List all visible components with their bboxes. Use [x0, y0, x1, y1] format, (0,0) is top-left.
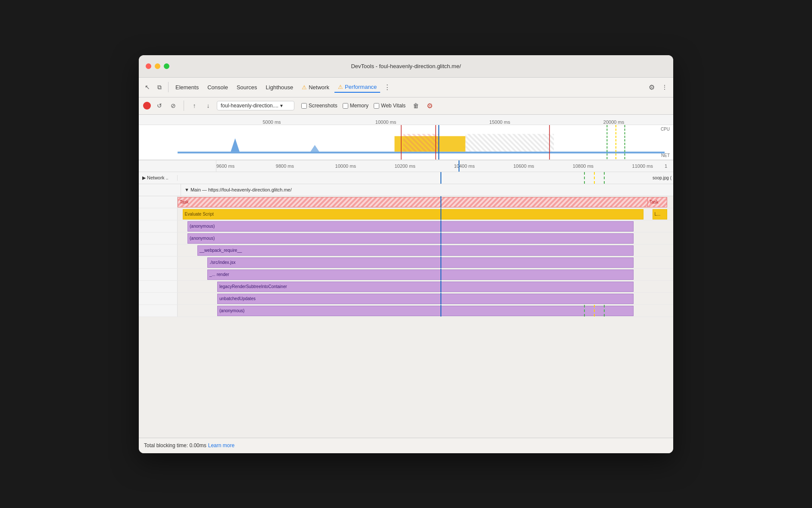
- blue-line-src: [440, 257, 441, 268]
- table-row: Evaluate Script L...: [139, 208, 673, 220]
- window-title: DevTools - foul-heavenly-direction.glitc…: [351, 63, 461, 69]
- web-vitals-checkbox[interactable]: Web Vitals: [374, 103, 406, 109]
- blue-line-legacy: [440, 281, 441, 292]
- unbatched-bar[interactable]: unbatchedUpdates: [217, 294, 634, 304]
- webpack-bar[interactable]: __webpack_require__: [197, 245, 634, 256]
- render-bar[interactable]: _... render: [207, 270, 634, 280]
- learn-more-link[interactable]: Learn more: [208, 442, 234, 448]
- screenshots-checkbox[interactable]: Screenshots: [301, 103, 337, 109]
- table-row: _... render: [139, 269, 673, 281]
- reload-button[interactable]: ↺: [154, 100, 165, 111]
- performance-warn-icon: ⚠: [338, 84, 343, 90]
- maximize-button[interactable]: [164, 63, 169, 69]
- svg-rect-5: [465, 134, 554, 151]
- table-row: (anonymous): [139, 305, 673, 317]
- recording-toolbar: ↺ ⊘ ↑ ↓ foul-heavenly-direction.... ▾ Sc…: [139, 97, 673, 115]
- table-row: (anonymous): [139, 220, 673, 232]
- row-bar-anon3[interactable]: (anonymous): [178, 305, 673, 317]
- tab-console[interactable]: Console: [204, 82, 231, 92]
- network-row: ▶ Network .. soop.jpg (: [139, 172, 673, 184]
- time-9600: 9600 ms: [216, 163, 234, 169]
- blue-line-unbatched: [440, 293, 441, 304]
- settings-button[interactable]: ⚙: [646, 82, 657, 92]
- svg-rect-4: [403, 134, 439, 151]
- dashed-y: [594, 305, 595, 317]
- row-bar-render[interactable]: _... render: [178, 269, 673, 280]
- minimize-button[interactable]: [155, 63, 160, 69]
- row-bar-legacy[interactable]: legacyRenderSubtreeIntoContainer: [178, 281, 673, 292]
- stop-button[interactable]: ⊘: [168, 100, 178, 111]
- perf-settings-button[interactable]: ⚙: [425, 100, 435, 111]
- time-11000: 11000 ms: [632, 163, 653, 169]
- svg-marker-2: [310, 145, 319, 151]
- blue-line-anon1: [440, 220, 441, 232]
- record-button[interactable]: [143, 102, 151, 110]
- tab-network[interactable]: ⚠ Network: [298, 82, 333, 92]
- time-labels-row: 9600 ms 9800 ms 10000 ms 10200 ms 10400 …: [139, 160, 673, 172]
- close-button[interactable]: [146, 63, 151, 69]
- row-bar-eval[interactable]: Evaluate Script L...: [178, 208, 673, 220]
- ruler-mark-10000: 10000 ms: [375, 119, 396, 125]
- row-label-anon3: [139, 305, 178, 317]
- row-bar-src[interactable]: ./src/index.jsx: [178, 257, 673, 268]
- flame-chart[interactable]: Task Task Evaluate Script: [139, 196, 673, 438]
- clear-button[interactable]: 🗑: [411, 100, 421, 111]
- timeline-svg: [178, 125, 665, 160]
- url-selector[interactable]: foul-heavenly-direction.... ▾: [217, 101, 294, 110]
- more-options-button[interactable]: ⋮: [659, 82, 670, 92]
- anon1-bar[interactable]: (anonymous): [187, 221, 634, 232]
- tab-sources[interactable]: Sources: [233, 82, 261, 92]
- row-label-anon1: [139, 220, 178, 232]
- anon3-bar[interactable]: (anonymous): [217, 306, 634, 316]
- network-label[interactable]: ▶ Network ..: [139, 175, 178, 181]
- timeline-ruler: 5000 ms 10000 ms 15000 ms 20000 ms: [139, 115, 673, 125]
- row-label-eval: [139, 208, 178, 220]
- settings-area: ⚙ ⋮: [646, 82, 670, 92]
- svg-rect-0: [178, 151, 665, 153]
- memory-checkbox[interactable]: Memory: [343, 103, 369, 109]
- legacy-bar[interactable]: legacyRenderSubtreeIntoContainer: [217, 282, 634, 292]
- layers-icon[interactable]: ⧉: [154, 82, 165, 92]
- src-bar[interactable]: ./src/index.jsx: [207, 257, 634, 268]
- blue-line-webpack: [440, 245, 441, 256]
- row-bar-anon1[interactable]: (anonymous): [178, 220, 673, 232]
- network-bar-area: soop.jpg (: [178, 172, 673, 184]
- ruler-mark-20000: 20000 ms: [603, 119, 624, 125]
- tab-performance[interactable]: ⚠ Performance: [334, 82, 380, 93]
- table-row: Task Task: [139, 196, 673, 208]
- sep2: [184, 100, 184, 111]
- row-bar-anon2[interactable]: (anonymous): [178, 232, 673, 244]
- timeline-tracks[interactable]: CPU NET: [139, 125, 673, 160]
- dashed-yellow: [594, 172, 595, 184]
- row-bar-webpack[interactable]: __webpack_require__: [178, 245, 673, 256]
- more-tabs-button[interactable]: ⋮: [382, 82, 392, 92]
- tab-elements[interactable]: Elements: [172, 82, 202, 92]
- upload-button[interactable]: ↑: [189, 100, 200, 111]
- dashed-green-1: [584, 172, 585, 184]
- task-bar-right[interactable]: Task: [647, 197, 667, 207]
- row-bar-unbatched[interactable]: unbatchedUpdates: [178, 293, 673, 304]
- download-button[interactable]: ↓: [203, 100, 213, 111]
- blocking-time-label: Total blocking time: 0.00ms: [144, 442, 206, 448]
- row-bar-task[interactable]: Task Task: [178, 196, 673, 208]
- eval-bar[interactable]: Evaluate Script: [183, 209, 644, 220]
- table-row: legacyRenderSubtreeIntoContainer: [139, 281, 673, 293]
- row-label-task: [139, 196, 178, 208]
- time-last: 1: [665, 163, 667, 169]
- eval-bar-right[interactable]: L...: [653, 209, 668, 220]
- tab-lighthouse[interactable]: Lighthouse: [262, 82, 297, 92]
- anon2-bar[interactable]: (anonymous): [187, 233, 634, 244]
- dashed-g1: [584, 305, 585, 317]
- blue-line: [459, 160, 459, 172]
- status-bar: Total blocking time: 0.00ms Learn more: [139, 438, 673, 453]
- titlebar: DevTools - foul-heavenly-direction.glitc…: [139, 55, 673, 78]
- checkbox-group: Screenshots Memory Web Vitals: [301, 103, 406, 109]
- table-row: ./src/index.jsx: [139, 257, 673, 269]
- time-10400: 10400 ms: [454, 163, 475, 169]
- blue-line-task: [440, 196, 441, 208]
- time-marks: 9600 ms 9800 ms 10000 ms 10200 ms 10400 …: [216, 160, 673, 172]
- dashed-g2: [604, 305, 605, 317]
- net-label: NET: [661, 153, 670, 158]
- task-bar[interactable]: Task: [178, 197, 649, 207]
- cursor-icon[interactable]: ↖: [142, 82, 153, 92]
